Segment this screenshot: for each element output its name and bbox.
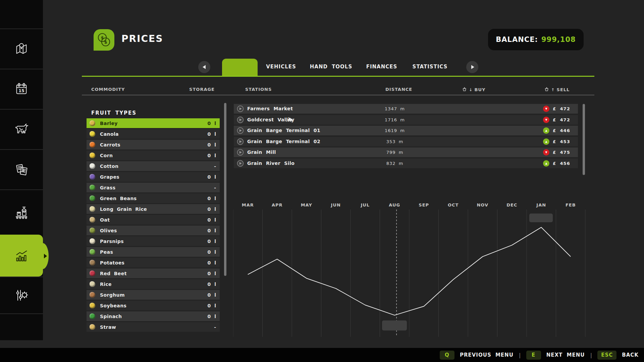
fruit-row-spinach[interactable]: Spinach0 l [87,311,220,321]
column-header-buy: ↓ BUY [462,87,485,92]
fruit-name: Peas [100,249,208,255]
buy-basket-icon [462,87,467,92]
station-row-goldcrest-valley[interactable]: Goldcrest Valley1716 m▼£ 472 [234,115,578,125]
hotspot-icon[interactable] [236,148,244,158]
station-distance: 1619 m [375,128,415,133]
column-header-distance: DISTANCE [385,87,412,92]
train-icon [286,117,294,124]
fruit-row-potatoes[interactable]: Potatoes0 l [87,258,220,267]
fruit-storage-amount: 0 l [208,131,216,137]
fruit-row-cotton[interactable]: Cotton- [87,161,220,171]
fruit-storage-amount: 0 l [208,271,216,276]
price-trend-down-icon: ▼ [543,149,549,156]
fruit-row-oat[interactable]: Oat0 l [87,215,220,225]
station-row-farmers-market[interactable]: Farmers Market1347 m▼£ 472 [234,104,578,114]
hint-next-menu[interactable]: ENEXT MENU [526,351,585,360]
tab-hand-tools[interactable]: HAND TOOLS [310,64,353,70]
fruit-row-green-beans[interactable]: Green Beans0 l [87,193,220,203]
station-distance: 832 m [375,161,415,166]
month-label: JAN [536,202,546,207]
max-price-label-box [529,214,553,222]
buy-arrow-down-icon: ↓ [469,87,473,92]
fruit-storage-amount: 0 l [208,303,216,308]
fruit-storage-amount: 0 l [208,121,216,126]
header-divider [82,95,594,95]
station-sell-price: £ 475 [553,150,570,155]
tab-finances[interactable]: FINANCES [366,64,397,70]
hotspot-icon[interactable] [236,105,244,114]
fruit-name: Rice [100,282,208,287]
fruit-row-long-grain-rice[interactable]: Long Grain Rice0 l [87,204,220,214]
hint-back[interactable]: ESCBACK [597,351,639,360]
fruit-icon [90,163,95,169]
fruit-icon [90,260,95,265]
fruit-storage-amount: 0 l [208,206,216,212]
station-row-grain-barge-terminal-01[interactable]: Grain Barge Terminal 011619 m▲£ 446 [234,126,578,135]
fruit-list-scrollbar[interactable] [224,103,226,276]
hint-separator: | [519,352,521,358]
fruit-row-red-beet[interactable]: Red Beet0 l [87,268,220,278]
fruit-row-grapes[interactable]: Grapes0 l [87,172,220,182]
hotspot-icon[interactable] [236,127,244,136]
fruit-row-parsnips[interactable]: Parsnips0 l [87,236,220,246]
fruit-row-peas[interactable]: Peas0 l [87,247,220,257]
hotspot-icon[interactable] [236,160,244,169]
footer-hints: QPREVIOUS MENU|ENEXT MENU|ESCBACK [440,348,639,362]
fruit-row-rice[interactable]: Rice0 l [87,279,220,289]
tab-statistics[interactable]: STATISTICS [413,64,448,70]
tab-vehicles[interactable]: VEHICLES [266,64,296,70]
active-item-arrow-icon [44,254,47,258]
stations-scrollbar[interactable] [583,104,585,175]
sidebar-item-animals[interactable] [0,109,43,149]
hotspot-icon[interactable] [236,138,244,147]
station-sell-price: £ 456 [553,161,570,166]
sidebar-item-production[interactable] [0,189,43,235]
fruit-icon [90,195,95,201]
price-history-chart: MARAPRMAYJUNJULAUGSEPOCTNOVDECJANFEB [233,201,586,339]
column-header-sell: ↑ SELL [544,87,570,92]
station-row-grain-mill[interactable]: Grain Mill799 m▼£ 475 [234,147,578,157]
month-label: AUG [389,202,400,207]
fruit-row-grass[interactable]: Grass- [87,183,220,192]
calendar-icon: 15 [14,81,29,97]
fruit-row-olives[interactable]: Olives0 l [87,226,220,235]
tab-next-button[interactable] [466,61,478,73]
hotspot-icon[interactable] [236,116,244,125]
sidebar-item-settings[interactable] [0,277,43,313]
month-label: MAY [301,202,312,207]
fruit-row-barley[interactable]: Barley0 l [87,118,220,128]
station-row-grain-river-silo[interactable]: Grain River Silo832 m▲£ 456 [234,159,578,168]
sell-basket-icon [544,87,549,92]
sidebar-item-prices[interactable] [0,235,43,277]
fruit-storage-amount: 0 l [208,249,216,255]
hint-previous-menu[interactable]: QPREVIOUS MENU [440,351,514,360]
fruit-name: Red Beet [100,271,208,276]
fruit-storage-amount: 0 l [208,260,216,265]
chevron-right-icon [471,65,474,69]
fruit-storage-amount: 0 l [208,196,216,201]
fruit-storage-amount: 0 l [208,228,216,233]
fruit-icon [90,303,95,308]
settings-icon [13,287,30,303]
fruit-row-carrots[interactable]: Carrots0 l [87,140,220,149]
fruit-name: Corn [100,153,208,158]
price-trend-up-icon: ▲ [543,127,549,134]
tab-previous-button[interactable] [198,61,210,73]
fruit-row-corn[interactable]: Corn0 l [87,150,220,160]
hint-label: NEXT MENU [546,352,585,358]
sidebar-item-contracts[interactable] [0,149,43,189]
fruit-row-straw[interactable]: Straw- [87,322,220,332]
fruit-row-canola[interactable]: Canola0 l [87,129,220,139]
station-distance: 1347 m [375,106,415,111]
fruit-icon [90,270,95,276]
sidebar-item-map[interactable] [0,28,43,69]
map-icon [14,41,29,57]
sidebar-item-calendar[interactable]: 15 [0,69,43,109]
fruit-row-soybeans[interactable]: Soybeans0 l [87,301,220,310]
station-row-grain-barge-terminal-02[interactable]: Grain Barge Terminal 02353 m▲£ 453 [234,137,578,146]
month-label: MAR [242,202,254,207]
fruit-icon [90,142,95,147]
fruit-row-sorghum[interactable]: Sorghum0 l [87,290,220,300]
fruit-icon [90,324,95,330]
tab-prices-active[interactable] [222,59,258,76]
